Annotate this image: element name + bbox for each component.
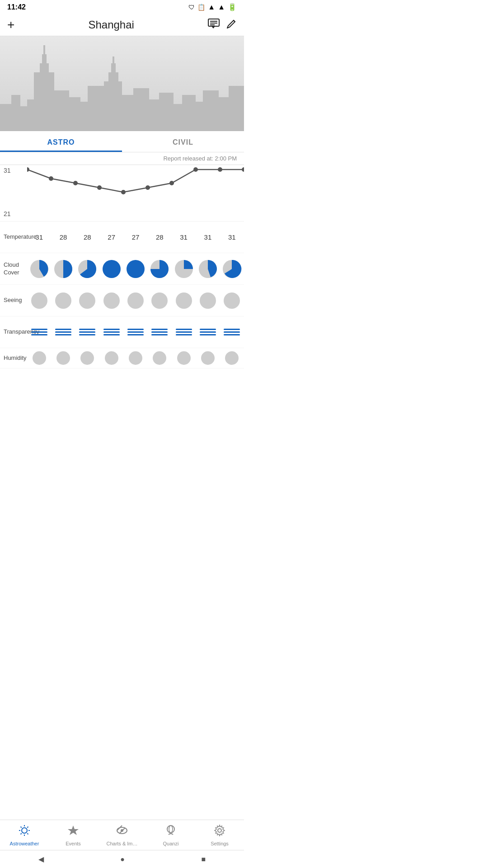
humidity-cell-0	[27, 349, 51, 368]
seeing-label: Seeing	[0, 293, 27, 308]
data-table: Temperature 31 28 28 27 27 28	[0, 222, 244, 368]
wifi-icon: ▲	[208, 3, 215, 11]
humidity-cell-1	[51, 349, 75, 368]
humidity-label: Humidity	[0, 351, 27, 366]
city-skyline	[0, 36, 244, 131]
chart-y-axis: 31 21	[0, 165, 27, 219]
svg-rect-28	[194, 102, 204, 131]
seeing-cell-6	[172, 290, 196, 311]
top-bar: + Shanghai	[0, 14, 244, 36]
status-bar: 11:42 🛡 📋 ▲ ▲ 🔋	[0, 0, 244, 14]
svg-point-33	[49, 176, 53, 181]
humidity-cell-4	[123, 349, 147, 368]
svg-rect-16	[79, 102, 89, 131]
transp-cell-7	[196, 326, 220, 338]
svg-rect-21	[113, 57, 114, 66]
svg-point-39	[193, 167, 198, 172]
top-bar-actions	[208, 19, 237, 31]
status-icons: 🛡 📋 ▲ ▲ 🔋	[188, 3, 237, 11]
temp-cell-2: 28	[75, 231, 99, 244]
cloud-cover-label: Cloud Cover	[0, 258, 27, 280]
humidity-cell-8	[220, 349, 244, 368]
temperature-chart: 31 21	[0, 165, 244, 222]
svg-rect-30	[217, 97, 230, 131]
humidity-cell-2	[75, 349, 99, 368]
transparency-cells	[27, 326, 244, 338]
tab-astro[interactable]: ASTRO	[0, 131, 122, 152]
chart-y-min: 21	[4, 210, 23, 217]
seeing-row: Seeing	[0, 285, 244, 316]
seeing-cell-5	[148, 290, 172, 311]
svg-point-41	[242, 167, 244, 172]
svg-rect-15	[68, 97, 80, 131]
cloud-cover-cells	[27, 256, 244, 282]
humidity-cell-6	[172, 349, 196, 368]
transparency-row: Transparency	[0, 316, 244, 348]
edit-icon[interactable]	[227, 19, 237, 31]
temperature-label: Temperature	[0, 230, 27, 245]
temp-cell-5: 28	[148, 231, 172, 244]
svg-point-35	[97, 185, 102, 190]
chart-svg-area	[27, 165, 244, 219]
svg-rect-27	[182, 95, 196, 131]
svg-rect-25	[159, 93, 174, 131]
svg-rect-26	[172, 104, 183, 131]
humidity-row: Humidity	[0, 348, 244, 368]
svg-rect-24	[148, 99, 160, 131]
message-icon[interactable]	[208, 19, 220, 31]
cloud-cover-row: Cloud Cover	[0, 253, 244, 285]
cloud-cell-1	[51, 256, 75, 282]
svg-rect-29	[203, 90, 219, 131]
battery-icon: 🔋	[228, 3, 237, 11]
chart-y-max: 31	[4, 167, 23, 174]
transp-cell-5	[148, 326, 172, 338]
humidity-cells	[27, 349, 244, 368]
temp-cell-0: 31	[27, 231, 51, 244]
status-time: 11:42	[7, 3, 26, 11]
cloud-cell-3	[99, 256, 123, 282]
svg-rect-14	[53, 90, 69, 131]
transp-cell-8	[220, 326, 244, 338]
cloud-cell-2	[75, 256, 99, 282]
svg-point-38	[169, 181, 174, 185]
transparency-label: Transparency	[0, 325, 27, 340]
add-button[interactable]: +	[7, 18, 14, 32]
transp-cell-4	[123, 326, 147, 338]
cloud-cell-6	[172, 256, 196, 282]
temp-cell-7: 31	[196, 231, 220, 244]
seeing-cell-4	[123, 290, 147, 311]
svg-point-32	[27, 167, 29, 172]
temperature-cells: 31 28 28 27 27 28 31	[27, 231, 244, 244]
svg-rect-17	[88, 86, 106, 131]
cloud-cell-5	[148, 256, 172, 282]
seeing-cell-1	[51, 290, 75, 311]
clipboard-icon: 📋	[197, 4, 205, 11]
svg-rect-31	[229, 86, 244, 131]
cloud-cell-0	[27, 256, 51, 282]
transp-cell-0	[27, 326, 51, 338]
cloud-cell-4	[123, 256, 147, 282]
tab-civil[interactable]: CIVIL	[122, 131, 244, 152]
page-title: Shanghai	[14, 19, 208, 31]
main-tabs: ASTRO CIVIL	[0, 131, 244, 152]
temp-cell-1: 28	[51, 231, 75, 244]
seeing-cell-0	[27, 290, 51, 311]
temp-cell-8: 31	[220, 231, 244, 244]
temp-cell-4: 27	[123, 231, 147, 244]
svg-point-34	[73, 181, 78, 185]
seeing-cells	[27, 290, 244, 311]
svg-point-37	[145, 185, 150, 190]
svg-marker-4	[211, 26, 215, 28]
transp-cell-2	[75, 326, 99, 338]
transp-cell-1	[51, 326, 75, 338]
temperature-row: Temperature 31 28 28 27 27 28	[0, 222, 244, 253]
report-time: Report released at: 2:00 PM	[0, 152, 244, 165]
svg-point-40	[218, 167, 222, 172]
cloud-cell-8	[220, 256, 244, 282]
svg-point-36	[121, 190, 126, 194]
transp-cell-3	[99, 326, 123, 338]
signal-icon: ▲	[218, 3, 225, 11]
svg-rect-22	[121, 95, 135, 131]
transp-cell-6	[172, 326, 196, 338]
svg-rect-13	[43, 45, 45, 59]
